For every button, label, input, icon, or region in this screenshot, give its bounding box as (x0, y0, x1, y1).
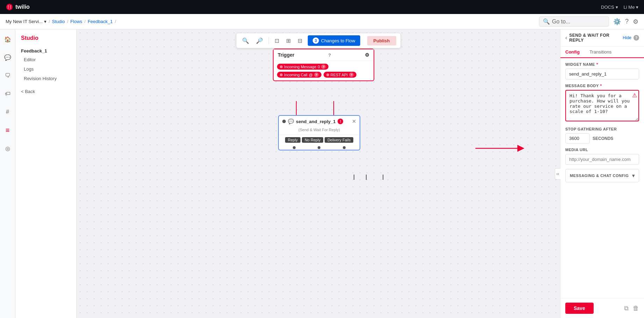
stop-gathering-input[interactable] (565, 133, 590, 143)
media-url-label: MEDIA URL (565, 148, 639, 152)
delivery-fails-badge[interactable]: Delivery Fails (325, 137, 353, 143)
breadcrumb-flows[interactable]: Flows (70, 19, 82, 24)
sidebar-icon-circle[interactable]: ◎ (2, 143, 13, 154)
nav-item-logs[interactable]: Logs (15, 64, 76, 74)
send-reply-header-left: 💬 send_and_reply_1 ! (282, 119, 343, 124)
nav-back[interactable]: < Back (15, 86, 76, 97)
sidebar-icon-flows[interactable]: ≡ (2, 125, 13, 136)
panel-body: WIDGET NAME * MESSAGE BODY * Hi! Thank y… (560, 58, 644, 298)
fit-icon[interactable]: ⊡ (273, 36, 281, 45)
twilio-logo[interactable]: twilio (6, 3, 30, 11)
help-icon[interactable]: ? (625, 18, 629, 25)
tab-config[interactable]: Config (565, 47, 584, 58)
message-body-textarea[interactable]: Hi! Thank you for a purchase. How will y… (565, 90, 639, 121)
nav-item-revision-history[interactable]: Revision History (15, 74, 76, 83)
docs-link[interactable]: DOCS ▾ (601, 5, 618, 10)
right-panel: ‹‹ ‹ SEND & WAIT FOR REPLY Hide ? Config… (560, 29, 644, 318)
send-reply-footer: Reply No Reply Delivery Fails (279, 135, 360, 145)
trigger-help-icon[interactable]: ? (328, 52, 331, 58)
logo-text: twilio (15, 4, 30, 10)
sidebar-icon-comment[interactable]: 🗨 (2, 70, 13, 81)
panel-tabs: Config Transitions (560, 47, 644, 58)
svg-point-0 (6, 4, 13, 10)
widget-name-label: WIDGET NAME * (565, 62, 639, 66)
message-icon: 💬 (288, 119, 294, 124)
tab-transitions[interactable]: Transitions (589, 47, 616, 57)
node-status-dot (282, 120, 286, 123)
message-body-label: MESSAGE BODY * (565, 84, 639, 88)
docs-chevron-icon: ▾ (616, 5, 618, 10)
org-selector[interactable]: My New IT Servi... ▾ (6, 19, 47, 24)
account-settings-icon[interactable]: ⚙ (633, 18, 638, 26)
zoom-out-icon[interactable]: 🔍 (241, 36, 250, 45)
node-close-icon[interactable]: ✕ (352, 119, 356, 124)
studio-title: Studio (15, 35, 76, 45)
breadcrumb-nav-icons: 🔍 Go to... ⚙️ ? ⚙ (539, 16, 638, 27)
canvas-area: 🔍 🔎 ⊡ ⊞ ⊟ 3 Changes to Flow Publish (77, 29, 560, 318)
search-bar[interactable]: 🔍 Go to... (539, 16, 609, 27)
incoming-message-badge[interactable]: Incoming Message 0 ? (277, 64, 328, 70)
incoming-message-help-icon[interactable]: ? (321, 64, 326, 69)
no-reply-connector-dot (318, 146, 320, 149)
panel-header-right: Hide ? (623, 35, 639, 41)
changes-label: Changes to Flow (321, 38, 355, 43)
send-reply-node[interactable]: 💬 send_and_reply_1 ! ✕ (Send & Wait For … (278, 115, 360, 150)
sidebar-icon-chat[interactable]: 💬 (2, 52, 13, 63)
changes-button[interactable]: 3 Changes to Flow (308, 35, 360, 46)
panel-back-arrow[interactable]: ‹ (565, 35, 567, 41)
svg-point-1 (8, 6, 9, 7)
message-body-required: * (600, 84, 602, 88)
save-button[interactable]: Save (565, 303, 594, 314)
node-widget-name: send_and_reply_1 (296, 119, 335, 124)
trigger-gear-icon[interactable]: ⚙ (365, 52, 369, 58)
changes-count: 3 (313, 37, 319, 44)
right-panel-nav: ‹ SEND & WAIT FOR REPLY (565, 33, 623, 43)
right-panel-title: SEND & WAIT FOR REPLY (569, 33, 623, 43)
seconds-label: SECONDS (593, 136, 613, 141)
media-url-input[interactable] (565, 154, 639, 165)
trigger-node: Trigger ? ⚙ Incoming Message 0 ? Incomin… (273, 49, 374, 81)
svg-point-2 (10, 6, 11, 7)
sidebar-icon-home[interactable]: 🏠 (2, 34, 13, 45)
breadcrumb-sep-4: / (115, 19, 116, 24)
canvas-toolbar: 🔍 🔎 ⊡ ⊞ ⊟ 3 Changes to Flow Publish (236, 33, 401, 48)
flow-name: Feedback_1 (15, 45, 76, 55)
duplicate-icon[interactable]: ⧉ (624, 305, 629, 312)
delete-icon[interactable]: 🗑 (633, 305, 639, 312)
svg-point-3 (8, 7, 9, 8)
nav-item-editor[interactable]: Editor (15, 55, 76, 64)
incoming-call-help-icon[interactable]: ? (314, 72, 319, 77)
panel-collapse-button[interactable]: ‹‹ (555, 168, 560, 179)
messaging-chat-header[interactable]: MESSAGING & CHAT CONFIG ▾ (566, 169, 639, 182)
sidebar-icon-hash[interactable]: # (2, 106, 13, 118)
rest-api-help-icon[interactable]: ? (349, 72, 354, 77)
grid-icon[interactable]: ⊞ (285, 36, 292, 45)
widget-name-input[interactable] (565, 69, 639, 79)
settings-icon[interactable]: ⚙️ (613, 18, 621, 26)
nav-sidebar: Studio Feedback_1 Editor Logs Revision H… (15, 29, 77, 318)
widget-name-required: * (596, 62, 598, 66)
breadcrumb-bar: My New IT Servi... ▾ / Studio / Flows / … (0, 14, 644, 29)
toolbar-divider-1 (269, 37, 269, 44)
breadcrumb: My New IT Servi... ▾ / Studio / Flows / … (6, 19, 116, 24)
publish-button[interactable]: Publish (367, 36, 396, 45)
breadcrumb-sep-3: / (84, 19, 86, 24)
stop-gathering-label: STOP GATHERING AFTER (565, 127, 639, 131)
sidebar-icon-tag[interactable]: 🏷 (2, 88, 13, 99)
svg-point-4 (10, 7, 11, 8)
incoming-call-badge[interactable]: Incoming Call @ ? (277, 72, 321, 78)
right-panel-header: ‹ SEND & WAIT FOR REPLY Hide ? (560, 29, 644, 47)
breadcrumb-studio[interactable]: Studio (52, 19, 65, 24)
no-reply-badge[interactable]: No Reply (302, 137, 323, 143)
table-icon[interactable]: ⊟ (296, 36, 304, 45)
org-chevron-icon: ▾ (44, 19, 47, 24)
messaging-chat-chevron-icon: ▾ (632, 173, 635, 178)
rest-api-badge[interactable]: REST API ? (324, 72, 356, 78)
hide-link[interactable]: Hide (623, 35, 631, 40)
reply-badge[interactable]: Reply (285, 137, 300, 143)
user-menu[interactable]: Li Me ▾ (624, 5, 638, 10)
breadcrumb-feedback[interactable]: Feedback_1 (88, 19, 113, 24)
zoom-in-icon[interactable]: 🔎 (255, 36, 264, 45)
send-reply-header: 💬 send_and_reply_1 ! ✕ (279, 116, 360, 127)
panel-help-icon[interactable]: ? (634, 35, 639, 41)
